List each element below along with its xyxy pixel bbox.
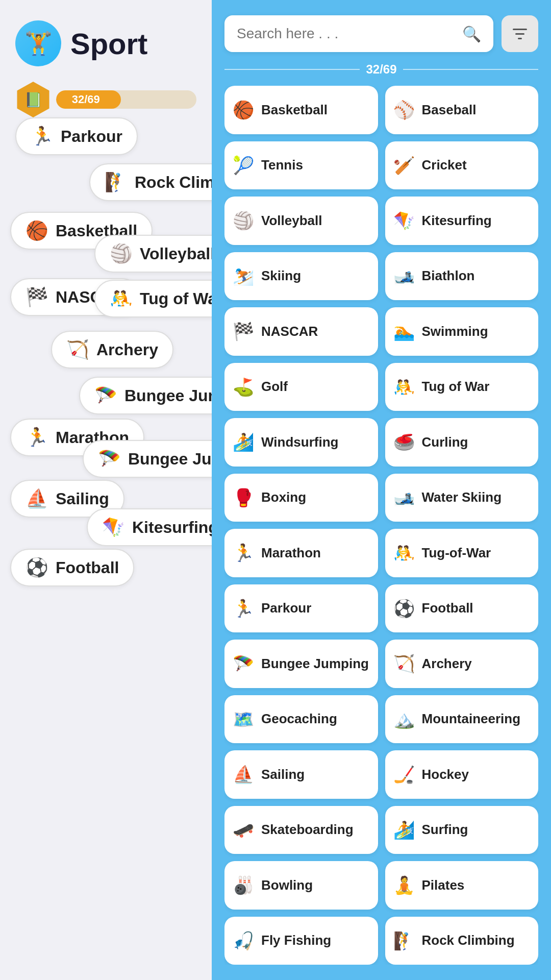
grid-label-5: Kitesurfing [422, 213, 492, 229]
left-panel: 🏋️ Sport 📗 32/69 🏃 Parkour 🧗 Rock Climbi… [0, 0, 212, 980]
grid-emoji-30: 🎣 [233, 930, 254, 951]
grid-emoji-8: 🏁 [233, 321, 254, 341]
app-header: 🏋️ Sport [15, 20, 196, 66]
grid-item-windsurfing[interactable]: 🏄 Windsurfing [224, 418, 378, 467]
grid-label-26: Skateboarding [261, 822, 354, 838]
progress-line-left [224, 69, 360, 70]
grid-item-archery[interactable]: 🏹 Archery [385, 640, 539, 688]
grid-emoji-3: 🏏 [393, 155, 415, 176]
grid-item-boxing[interactable]: 🥊 Boxing [224, 474, 378, 522]
grid-emoji-25: 🏒 [393, 764, 415, 785]
grid-emoji-12: 🏄 [233, 432, 254, 452]
grid-emoji-21: 🏹 [393, 653, 415, 674]
grid-emoji-15: 🎿 [393, 487, 415, 508]
progress-fill: 32/69 [56, 90, 121, 109]
bungee2-icon: 🪂 [98, 448, 121, 470]
left-item-parkour[interactable]: 🏃 Parkour [15, 117, 138, 155]
grid-item-cricket[interactable]: 🏏 Cricket [385, 141, 539, 190]
grid-label-6: Skiing [261, 268, 301, 284]
grid-item-tug-of-war[interactable]: 🤼 Tug of War [385, 363, 539, 411]
grid-item-swimming[interactable]: 🏊 Swimming [385, 307, 539, 356]
grid-emoji-1: ⚾ [393, 100, 415, 120]
left-item-bungee-2[interactable]: 🪂 Bungee Jumping [83, 440, 212, 478]
grid-emoji-26: 🛹 [233, 820, 254, 840]
bungee1-icon: 🪂 [94, 385, 117, 406]
grid-item-mountaineering[interactable]: 🏔️ Mountaineering [385, 695, 539, 744]
grid-emoji-7: 🎿 [393, 266, 415, 286]
svg-rect-0 [513, 29, 527, 30]
search-input[interactable] [237, 26, 456, 42]
search-row: 🔍 [224, 15, 538, 52]
grid-emoji-18: 🏃 [233, 598, 254, 619]
left-item-kitesurfing[interactable]: 🪁 Kitesurfing [87, 508, 212, 546]
grid-emoji-10: ⛳ [233, 377, 254, 397]
app-title: Sport [70, 27, 147, 61]
grid-emoji-11: 🤼 [393, 377, 415, 397]
grid-item-water-skiing[interactable]: 🎿 Water Skiing [385, 474, 539, 522]
left-item-bungee-1[interactable]: 🪂 Bungee Jumping [79, 377, 212, 414]
grid-emoji-4: 🏐 [233, 210, 254, 231]
grid-item-pilates[interactable]: 🧘 Pilates [385, 861, 539, 910]
tug-of-war-icon: 🤼 [110, 288, 133, 309]
grid-item-bungee-jumping[interactable]: 🪂 Bungee Jumping [224, 640, 378, 688]
left-item-football[interactable]: ⚽ Football [10, 549, 134, 586]
grid-item-golf[interactable]: ⛳ Golf [224, 363, 378, 411]
grid-item-marathon[interactable]: 🏃 Marathon [224, 529, 378, 577]
grid-label-11: Tug of War [422, 379, 490, 395]
grid-emoji-9: 🏊 [393, 321, 415, 341]
progress-line-right [403, 69, 538, 70]
grid-label-7: Biathlon [422, 268, 475, 284]
progress-text: 32/69 [72, 93, 105, 106]
grid-emoji-14: 🥊 [233, 487, 254, 508]
sports-grid: 🏀 Basketball ⚾ Baseball 🎾 Tennis 🏏 Crick… [224, 86, 538, 965]
grid-emoji-22: 🗺️ [233, 709, 254, 729]
rock-climbing-icon: 🧗 [105, 172, 128, 193]
grid-emoji-2: 🎾 [233, 155, 254, 176]
grid-item-hockey[interactable]: 🏒 Hockey [385, 750, 539, 799]
grid-label-18: Parkour [261, 600, 311, 616]
grid-item-parkour[interactable]: 🏃 Parkour [224, 584, 378, 633]
grid-item-rock-climbing[interactable]: 🧗 Rock Climbing [385, 917, 539, 965]
left-item-rock-climbing[interactable]: 🧗 Rock Climbing [89, 163, 212, 201]
grid-item-skateboarding[interactable]: 🛹 Skateboarding [224, 806, 378, 854]
grid-item-fly-fishing[interactable]: 🎣 Fly Fishing [224, 917, 378, 965]
svg-rect-1 [515, 33, 524, 35]
grid-item-surfing[interactable]: 🏄 Surfing [385, 806, 539, 854]
volleyball-icon: 🏐 [110, 243, 133, 264]
grid-item-tennis[interactable]: 🎾 Tennis [224, 141, 378, 190]
grid-item-biathlon[interactable]: 🎿 Biathlon [385, 252, 539, 301]
left-item-archery[interactable]: 🏹 Archery [51, 331, 173, 369]
grid-progress-indicator: 32/69 [224, 62, 538, 77]
grid-item-volleyball[interactable]: 🏐 Volleyball [224, 197, 378, 245]
grid-item-tug-of-war[interactable]: 🤼 Tug-of-War [385, 529, 539, 577]
parkour-icon: 🏃 [31, 126, 54, 147]
search-icon: 🔍 [462, 25, 481, 43]
grid-label-17: Tug-of-War [422, 545, 491, 561]
grid-item-baseball[interactable]: ⚾ Baseball [385, 86, 539, 134]
grid-item-football[interactable]: ⚽ Football [385, 584, 539, 633]
search-box[interactable]: 🔍 [224, 15, 493, 52]
svg-rect-2 [518, 38, 522, 39]
grid-item-nascar[interactable]: 🏁 NASCAR [224, 307, 378, 356]
grid-item-geocaching[interactable]: 🗺️ Geocaching [224, 695, 378, 744]
grid-label-2: Tennis [261, 157, 303, 173]
grid-emoji-17: 🤼 [393, 543, 415, 563]
app-icon: 🏋️ [15, 20, 61, 66]
nascar-icon: 🏁 [26, 286, 48, 308]
grid-emoji-27: 🏄 [393, 820, 415, 840]
grid-item-bowling[interactable]: 🎳 Bowling [224, 861, 378, 910]
grid-emoji-29: 🧘 [393, 875, 415, 895]
filter-button[interactable] [502, 15, 538, 52]
grid-item-curling[interactable]: 🥌 Curling [385, 418, 539, 467]
left-item-volleyball[interactable]: 🏐 Volleyball [94, 235, 212, 273]
left-item-tug-of-war[interactable]: 🤼 Tug of War [94, 280, 212, 317]
grid-label-24: Sailing [261, 767, 305, 782]
grid-item-skiing[interactable]: ⛷️ Skiing [224, 252, 378, 301]
grid-item-sailing[interactable]: ⛵ Sailing [224, 750, 378, 799]
grid-item-kitesurfing[interactable]: 🪁 Kitesurfing [385, 197, 539, 245]
grid-label-12: Windsurfing [261, 434, 338, 450]
marathon-icon: 🏃 [26, 427, 48, 448]
grid-label-31: Rock Climbing [422, 933, 515, 948]
grid-item-basketball[interactable]: 🏀 Basketball [224, 86, 378, 134]
grid-label-3: Cricket [422, 157, 467, 173]
